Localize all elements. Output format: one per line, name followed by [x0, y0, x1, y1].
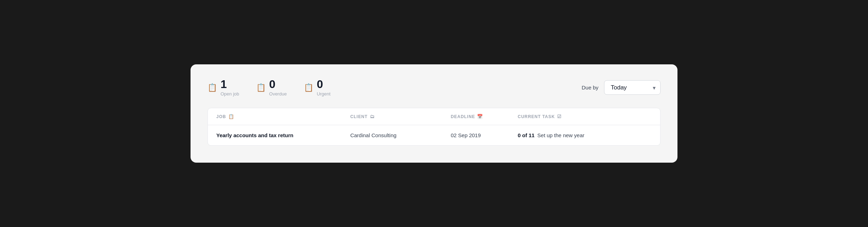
open-job-number: 1: [221, 78, 239, 90]
col-header-deadline: DEADLINE 📅: [451, 114, 518, 119]
overdue-label: Overdue: [269, 91, 287, 97]
stat-overdue: 📋 0 Overdue: [256, 78, 287, 97]
current-task-cell: 0 of 11 Set up the new year: [518, 132, 652, 138]
open-job-icon: 📋: [207, 83, 217, 92]
due-by-select[interactable]: Today This week This month All: [604, 80, 661, 95]
urgent-number: 0: [317, 78, 331, 90]
col-header-current-task: CURRENT TASK ☑: [518, 114, 652, 119]
col-label-client: CLIENT: [350, 114, 368, 119]
col-icon-client: 🗂: [370, 114, 375, 119]
col-icon-deadline: 📅: [477, 114, 483, 119]
open-job-label: Open job: [221, 91, 239, 97]
col-label-current-task: CURRENT TASK: [518, 114, 555, 119]
table-row[interactable]: Yearly accounts and tax return Cardinal …: [208, 125, 660, 145]
client-name: Cardinal Consulting: [350, 132, 451, 138]
due-by-container: Due by Today This week This month All: [581, 80, 661, 95]
col-icon-job: 📋: [228, 114, 234, 119]
main-card: 📋 1 Open job 📋 0 Overdue 📋 0 Urgent Due …: [191, 64, 677, 163]
due-by-label: Due by: [581, 85, 598, 91]
stats-row: 📋 1 Open job 📋 0 Overdue 📋 0 Urgent Due …: [207, 78, 661, 97]
task-description: Set up the new year: [537, 132, 584, 138]
urgent-icon: 📋: [304, 83, 313, 92]
due-by-select-wrapper[interactable]: Today This week This month All: [604, 80, 661, 95]
task-count: 0 of 11: [518, 132, 535, 138]
overdue-icon: 📋: [256, 83, 266, 92]
col-label-job: JOB: [216, 114, 226, 119]
deadline-value: 02 Sep 2019: [451, 132, 518, 138]
col-label-deadline: DEADLINE: [451, 114, 475, 119]
overdue-number: 0: [269, 78, 287, 90]
stat-urgent: 📋 0 Urgent: [304, 78, 331, 97]
jobs-table: JOB 📋 CLIENT 🗂 DEADLINE 📅 CURRENT TASK ☑…: [207, 108, 661, 146]
urgent-label: Urgent: [317, 91, 331, 97]
col-header-job: JOB 📋: [216, 114, 350, 119]
col-header-client: CLIENT 🗂: [350, 114, 451, 119]
col-icon-current-task: ☑: [557, 114, 562, 119]
table-header: JOB 📋 CLIENT 🗂 DEADLINE 📅 CURRENT TASK ☑: [208, 108, 660, 125]
job-name: Yearly accounts and tax return: [216, 132, 350, 138]
stat-open-job: 📋 1 Open job: [207, 78, 239, 97]
